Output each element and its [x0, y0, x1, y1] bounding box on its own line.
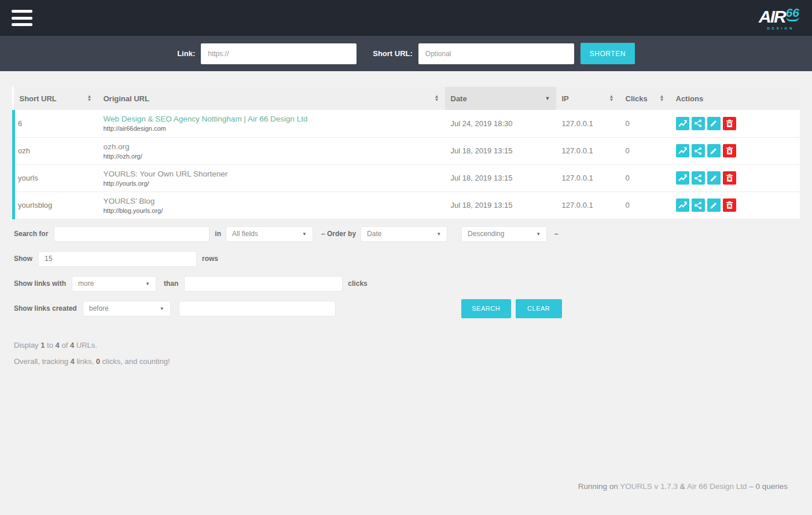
- show-rows-input[interactable]: [38, 251, 197, 267]
- running-on-text: Running on: [578, 482, 618, 491]
- row-keyword[interactable]: ozh: [14, 137, 98, 164]
- column-header-actions: Actions: [670, 87, 800, 110]
- row-title-link[interactable]: ozh.org: [104, 142, 439, 151]
- chevron-down-icon: ▼: [160, 306, 164, 311]
- edit-pencil-icon: [710, 174, 718, 182]
- ampersand-text: &: [680, 482, 685, 491]
- summary: Display 1 to 4 of 4 URLs. Overall, track…: [12, 341, 800, 373]
- short-url-input[interactable]: [418, 43, 574, 64]
- sort-both-icon: ▲▼: [435, 95, 439, 102]
- row-ip: 127.0.0.1: [556, 164, 620, 192]
- air66-logo[interactable]: AIR66 DESIGN: [759, 6, 803, 30]
- logo-air-text: AIR: [759, 7, 785, 26]
- row-clicks: 0: [620, 192, 670, 219]
- trash-delete-icon: [725, 119, 734, 128]
- sort-both-icon: ▲▼: [609, 95, 614, 102]
- column-header-date[interactable]: Date ▼: [445, 87, 556, 110]
- edit-pencil-icon: [710, 147, 718, 155]
- edit-button[interactable]: [707, 198, 721, 212]
- stats-icon: [678, 201, 687, 209]
- clicks-threshold-input[interactable]: [184, 276, 343, 292]
- rows-label: rows: [202, 255, 218, 263]
- created-comparison-select[interactable]: before ▼: [83, 301, 171, 317]
- link-label: Link:: [177, 49, 195, 58]
- share-button[interactable]: [692, 117, 705, 130]
- stats-icon: [678, 146, 687, 155]
- row-title-link[interactable]: YOURLS: Your Own URL Shortener: [104, 170, 439, 178]
- edit-button[interactable]: [707, 171, 721, 185]
- share-button[interactable]: [692, 171, 705, 185]
- trash-delete-icon: [725, 174, 734, 182]
- edit-pencil-icon: [710, 119, 718, 127]
- row-original-url: http://ozh.org/: [104, 153, 439, 160]
- delete-button[interactable]: [723, 144, 736, 157]
- order-direction-select[interactable]: Descending ▼: [461, 226, 547, 242]
- share-icon: [694, 174, 702, 182]
- column-header-original-url[interactable]: Original URL ▲▼: [98, 87, 445, 110]
- edit-button[interactable]: [707, 144, 721, 157]
- column-header-clicks[interactable]: Clicks ▲▼: [620, 87, 670, 110]
- chevron-down-icon: ▼: [145, 281, 150, 286]
- row-ip: 127.0.0.1: [556, 137, 620, 164]
- column-header-short-url[interactable]: Short URL ▲▼: [14, 87, 98, 110]
- delete-button[interactable]: [723, 171, 736, 185]
- chevron-down-icon: ▼: [436, 231, 441, 237]
- share-button[interactable]: [692, 198, 705, 212]
- clicks-label: clicks: [348, 279, 367, 288]
- row-keyword[interactable]: yourls: [14, 164, 98, 192]
- row-clicks: 0: [620, 164, 670, 192]
- stats-button[interactable]: [676, 171, 689, 185]
- row-title-link[interactable]: YOURLS' Blog: [104, 197, 439, 205]
- clear-button[interactable]: CLEAR: [516, 299, 562, 318]
- top-bar: AIR66 DESIGN: [0, 0, 812, 36]
- link-row: yourlsblog YOURLS' Blog http://blog.your…: [14, 192, 800, 219]
- row-keyword[interactable]: 6: [14, 110, 98, 137]
- footer: Running on YOURLS v 1.7.3 & Air 66 Desig…: [12, 482, 800, 515]
- row-original-url: http://blog.yourls.org/: [104, 207, 439, 214]
- delete-button[interactable]: [723, 117, 736, 130]
- in-label: in: [215, 230, 221, 238]
- trash-delete-icon: [725, 201, 734, 209]
- clicks-comparison-select[interactable]: more ▼: [72, 276, 156, 292]
- sort-both-icon: ▲▼: [87, 95, 92, 102]
- search-button[interactable]: SEARCH: [461, 299, 511, 318]
- shorten-button[interactable]: SHORTEN: [580, 43, 635, 64]
- shorten-bar: Link: Short URL: SHORTEN: [0, 36, 812, 71]
- delete-button[interactable]: [723, 198, 736, 212]
- column-header-ip[interactable]: IP ▲▼: [556, 87, 620, 110]
- yourls-version-link[interactable]: YOURLS v 1.7.3: [620, 482, 678, 491]
- stats-button[interactable]: [676, 117, 689, 130]
- row-title-link[interactable]: Web Design & SEO Agency Nottingham | Air…: [104, 115, 439, 123]
- row-original-url: http://air66design.com: [104, 125, 439, 132]
- overall-tracking-text: Overall, tracking 4 links, 0 clicks, and…: [14, 357, 800, 366]
- edit-button[interactable]: [707, 117, 721, 130]
- row-ip: 127.0.0.1: [556, 110, 620, 137]
- link-input[interactable]: [201, 43, 357, 64]
- air66-footer-link[interactable]: Air 66 Design Ltd: [687, 482, 747, 491]
- row-date: Jul 18, 2019 13:15: [445, 164, 556, 192]
- menu-hamburger-icon[interactable]: [12, 10, 32, 26]
- row-keyword[interactable]: yourlsblog: [14, 192, 98, 219]
- search-in-select[interactable]: All fields ▼: [226, 226, 313, 242]
- sort-desc-icon: ▼: [545, 95, 550, 101]
- row-date: Jul 18, 2019 13:15: [445, 192, 556, 219]
- stats-button[interactable]: [676, 144, 689, 157]
- short-url-label: Short URL:: [373, 49, 413, 58]
- stats-button[interactable]: [676, 198, 689, 212]
- created-date-input[interactable]: [179, 301, 336, 317]
- share-icon: [694, 147, 702, 155]
- dash-label: –: [554, 230, 559, 238]
- show-links-with-label: Show links with: [14, 279, 66, 288]
- share-icon: [694, 119, 702, 127]
- row-ip: 127.0.0.1: [556, 192, 620, 219]
- logo-design-text: DESIGN: [759, 27, 799, 30]
- search-input[interactable]: [54, 226, 210, 242]
- share-icon: [694, 201, 702, 209]
- row-clicks: 0: [620, 110, 670, 137]
- stats-icon: [678, 119, 687, 128]
- share-button[interactable]: [692, 144, 705, 157]
- order-by-select[interactable]: Date ▼: [361, 226, 447, 242]
- filter-panel: Search for in All fields ▼ – Order by Da…: [12, 226, 800, 326]
- chevron-down-icon: ▼: [536, 231, 541, 237]
- queries-text: – 0 queries: [749, 482, 788, 491]
